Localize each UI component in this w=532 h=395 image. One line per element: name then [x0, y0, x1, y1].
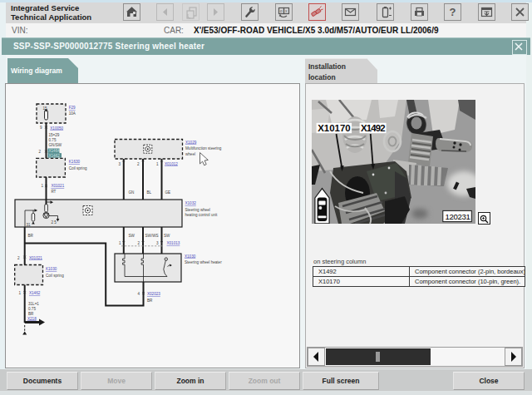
svg-text:3: 3	[156, 241, 159, 245]
svg-text:X10170: X10170	[318, 123, 351, 133]
svg-text:x: x	[285, 8, 288, 13]
svg-text:heating control unit: heating control unit	[185, 213, 219, 217]
svg-text:Steering wheel: Steering wheel	[185, 208, 210, 212]
svg-text:RT: RT	[51, 190, 56, 194]
svg-text:F29: F29	[69, 106, 76, 110]
svg-text:Coil spring: Coil spring	[46, 274, 64, 278]
svg-text:120231: 120231	[446, 212, 470, 221]
svg-text:X1462: X1462	[49, 154, 61, 158]
svg-text:X1029: X1029	[185, 141, 197, 145]
svg-text:X1462: X1462	[29, 291, 41, 295]
svg-text:4: 4	[138, 292, 140, 296]
svg-text:Multifunction steering: Multifunction steering	[185, 146, 222, 151]
svg-text:GN/SW: GN/SW	[49, 143, 62, 147]
svg-text:GE: GE	[165, 190, 171, 195]
svg-text:2: 2	[138, 241, 140, 245]
svg-text:2: 2	[17, 256, 20, 260]
svg-text:X01013: X01013	[167, 241, 180, 245]
svg-text:0.75: 0.75	[49, 138, 57, 142]
svg-text:X1032: X1032	[185, 201, 197, 205]
svg-text:15=29: 15=29	[49, 133, 60, 137]
svg-text:X01021: X01021	[29, 256, 42, 260]
svg-text:SW/WS: SW/WS	[145, 234, 159, 238]
svg-text:SW: SW	[129, 234, 135, 238]
svg-text:K1630: K1630	[69, 160, 81, 164]
svg-text:9: 9	[40, 126, 42, 130]
svg-text:Coil spring: Coil spring	[69, 166, 87, 170]
svg-text:X02023: X02023	[147, 292, 160, 296]
svg-text:3: 3	[119, 162, 121, 166]
svg-text:GN: GN	[129, 190, 135, 195]
svg-text:X1464: X1464	[49, 149, 61, 153]
svg-text:wheel: wheel	[185, 152, 195, 156]
svg-text:X01012: X01012	[165, 162, 178, 166]
svg-text:1: 1	[119, 241, 121, 245]
svg-text:BL: BL	[147, 190, 152, 195]
svg-text:1: 1	[19, 291, 22, 295]
svg-text:X10050: X10050	[50, 126, 63, 131]
svg-text:31L=1: 31L=1	[28, 302, 39, 306]
svg-text:Steering wheel heater: Steering wheel heater	[185, 260, 222, 264]
svg-text:o: o	[280, 8, 283, 13]
svg-text:10A: 10A	[69, 111, 76, 116]
svg-text:K1030: K1030	[46, 267, 57, 271]
svg-text:31: 31	[27, 223, 32, 227]
svg-text:?: ?	[450, 6, 456, 18]
svg-text:X1492: X1492	[361, 123, 386, 133]
svg-text:X218: X218	[27, 317, 37, 321]
svg-text:SW: SW	[164, 234, 170, 238]
svg-text:X01021: X01021	[51, 184, 64, 188]
svg-text:2 5: 2 5	[52, 220, 57, 225]
svg-text:BR: BR	[147, 299, 153, 303]
svg-text:1: 1	[156, 162, 159, 166]
svg-text:BR: BR	[28, 312, 34, 316]
svg-text:0.75: 0.75	[28, 307, 36, 311]
svg-text:X1030: X1030	[185, 254, 196, 259]
svg-text:2: 2	[39, 150, 42, 154]
svg-text:1: 1	[42, 184, 44, 188]
svg-text:2: 2	[137, 162, 140, 166]
svg-text:BR: BR	[28, 234, 34, 238]
